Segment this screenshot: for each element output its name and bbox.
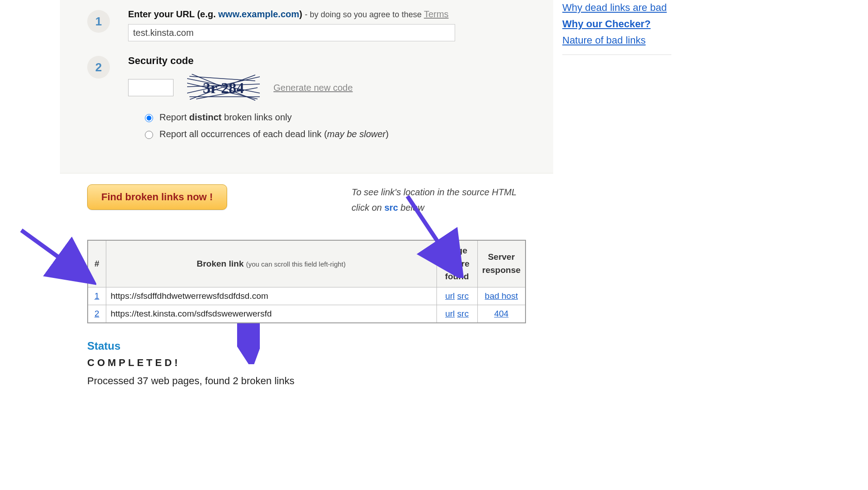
radio-all[interactable]: Report all occurrences of each dead link… [143, 129, 526, 139]
svg-text:3r 284: 3r 284 [203, 79, 244, 96]
col-header-number: # [88, 240, 106, 287]
sidebar-link-why-checker[interactable]: Why our Checker? [562, 18, 744, 30]
row-url-link[interactable]: url [445, 291, 455, 301]
url-input[interactable] [128, 24, 455, 41]
status-title: Status [87, 340, 526, 352]
sidebar-separator [562, 54, 671, 55]
table-row: 2 https://test.kinsta.com/sdfsdswewerwer… [88, 305, 526, 323]
generate-code-link[interactable]: Generate new code [273, 83, 353, 93]
hint-text: To see link's location in the source HTM… [352, 184, 533, 215]
svg-line-10 [21, 230, 87, 278]
table-row: 1 https://sfsdffdhdwetwerrewsfdsdfdsd.co… [88, 287, 526, 305]
broken-link-cell: https://test.kinsta.com/sdfsdswewerwersf… [106, 305, 436, 323]
sidebar-link-dead-links-bad[interactable]: Why dead links are bad [562, 2, 744, 14]
step1-label: Enter your URL (e.g. www.example.com) - … [128, 9, 526, 20]
sidebar-link-nature-bad-links[interactable]: Nature of bad links [562, 35, 744, 46]
row-response-link[interactable]: 404 [494, 309, 509, 318]
step-badge-1: 1 [87, 10, 110, 33]
row-response-link[interactable]: bad host [485, 291, 518, 301]
status-summary: Processed 37 web pages, found 2 broken l… [87, 375, 526, 387]
row-number-link[interactable]: 1 [94, 291, 99, 301]
row-src-link[interactable]: src [457, 309, 469, 318]
col-header-response: Server response [477, 240, 526, 287]
find-broken-links-button[interactable]: Find broken links now ! [87, 184, 227, 210]
terms-link[interactable]: Terms [424, 9, 448, 19]
row-url-link[interactable]: url [445, 309, 455, 318]
captcha-image: 3r 284 [187, 74, 260, 101]
status-completed: COMPLETED! [87, 357, 526, 369]
radio-distinct-input[interactable] [145, 114, 153, 122]
step2-label: Security code [128, 55, 526, 67]
annotation-arrow-icon [19, 228, 96, 287]
col-header-link: Broken link (you can scroll this field l… [106, 240, 436, 287]
radio-distinct[interactable]: Report distinct broken links only [143, 112, 526, 123]
broken-link-cell: https://sfsdffdhdwetwerrewsfdsdfdsd.com [106, 287, 436, 305]
step-badge-2: 2 [87, 56, 110, 79]
col-header-page: Page where found [436, 240, 477, 287]
sidebar: Why dead links are bad Why our Checker? … [562, 0, 744, 55]
row-src-link[interactable]: src [457, 291, 469, 301]
radio-all-input[interactable] [145, 131, 153, 139]
row-number-link[interactable]: 2 [94, 309, 99, 318]
security-code-input[interactable] [128, 79, 174, 96]
results-table: # Broken link (you can scroll this field… [87, 240, 526, 323]
